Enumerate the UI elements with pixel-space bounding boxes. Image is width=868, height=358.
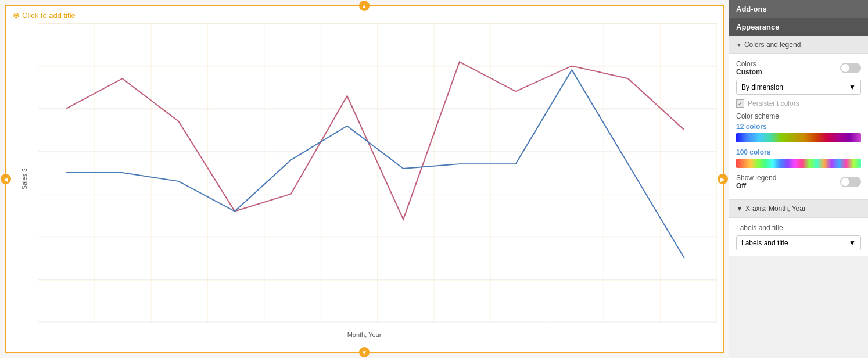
- colors-panel-content: Colors Custom By dimension ▼ ✓ Persisten…: [729, 54, 868, 200]
- colors-value: Custom: [736, 68, 762, 76]
- add-ons-header: Add-ons: [729, 0, 868, 18]
- labels-title-dropdown-text: Labels and title: [741, 239, 788, 247]
- x-axis-arrow: ▼: [736, 205, 743, 213]
- show-legend-value: Off: [736, 182, 776, 190]
- twelve-colors-label[interactable]: 12 colors: [736, 123, 861, 131]
- by-dimension-label: By dimension: [741, 83, 783, 91]
- show-legend-row: Show legend Off: [736, 174, 861, 190]
- handle-left[interactable]: ◀: [1, 174, 11, 184]
- handle-top[interactable]: ▲: [359, 1, 370, 11]
- labels-title-section: Labels and title Labels and title ▼: [729, 218, 868, 256]
- appearance-header: Appearance: [729, 18, 868, 36]
- hundred-colors-label[interactable]: 100 colors: [736, 148, 861, 156]
- by-dimension-arrow: ▼: [849, 83, 856, 91]
- y-axis-label: Sales $: [21, 169, 28, 190]
- colors-legend-section[interactable]: ▼ Colors and legend: [729, 36, 868, 54]
- hundred-colors-strip[interactable]: [736, 159, 861, 168]
- colors-legend-arrow: ▼: [736, 42, 742, 48]
- x-axis-label: Month, Year: [347, 331, 382, 338]
- colors-legend-label: Colors and legend: [744, 41, 801, 49]
- by-dimension-dropdown[interactable]: By dimension ▼: [736, 80, 861, 95]
- persistent-colors-row: ✓ Persistent colors: [736, 99, 861, 108]
- labels-title-dropdown[interactable]: Labels and title ▼: [736, 235, 861, 250]
- svg-rect-0: [38, 23, 717, 323]
- chart-title-text: Click to add title: [22, 11, 76, 20]
- twelve-colors-strip[interactable]: [736, 133, 861, 142]
- labels-title-label: Labels and title: [736, 224, 861, 232]
- colors-row: Colors Custom: [736, 60, 861, 76]
- labels-title-dropdown-arrow: ▼: [849, 239, 856, 247]
- x-axis-section[interactable]: ▼ X-axis: Month, Year: [729, 200, 868, 218]
- persistent-colors-label: Persistent colors: [748, 99, 799, 108]
- persistent-colors-checkbox[interactable]: ✓: [736, 99, 744, 108]
- show-legend-label: Show legend: [736, 174, 776, 182]
- right-panel: Add-ons Appearance ▼ Colors and legend C…: [729, 0, 868, 358]
- chart-svg: 5.5M 5M 4.5M 4M 3.5M 3M 2.5M Jan Feb Mar…: [38, 23, 717, 323]
- chart-title[interactable]: ⊕ Click to add title: [13, 10, 76, 20]
- colors-label: Colors: [736, 60, 762, 68]
- handle-right[interactable]: ▶: [718, 174, 728, 184]
- x-axis-label-text: X-axis: Month, Year: [745, 205, 806, 213]
- handle-bottom[interactable]: ▼: [359, 347, 370, 357]
- add-title-icon: ⊕: [13, 10, 20, 20]
- colors-toggle[interactable]: [840, 63, 861, 73]
- color-scheme-label: Color scheme: [736, 112, 861, 120]
- show-legend-toggle[interactable]: [840, 177, 861, 187]
